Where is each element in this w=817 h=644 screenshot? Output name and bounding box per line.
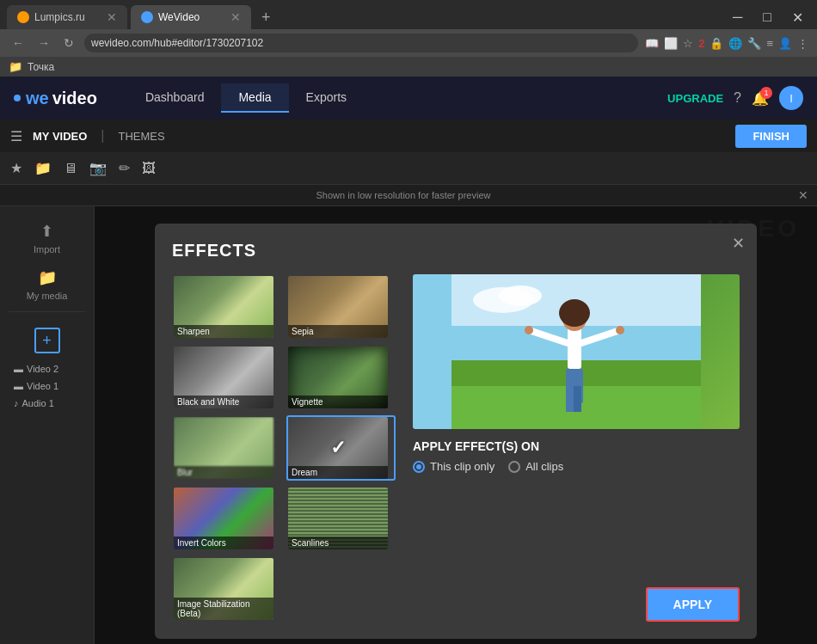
add-track-button[interactable]: +: [34, 328, 60, 353]
audio1-icon: ♪: [14, 398, 19, 408]
effect-scanlines[interactable]: Scanlines: [286, 486, 396, 551]
effect-label-sepia: Sepia: [288, 325, 388, 338]
my-media-icon: 📁: [38, 268, 57, 287]
preview-text: Shown in low resolution for faster previ…: [9, 190, 798, 200]
preview-close-icon[interactable]: ✕: [798, 188, 808, 202]
modal-title: EFFECTS: [172, 241, 740, 261]
capture-icon[interactable]: ⬜: [664, 37, 678, 50]
forward-button[interactable]: →: [34, 34, 53, 52]
tab-favicon-wevideo: [141, 11, 153, 23]
wevideo-nav: Dashboard Media Exports: [128, 83, 364, 113]
modal-close-button[interactable]: ✕: [732, 234, 745, 253]
tab-lumpics[interactable]: Lumpics.ru ✕: [7, 5, 127, 29]
import-icon: ⬆: [40, 222, 53, 241]
avatar[interactable]: I: [779, 86, 803, 110]
sidebar: ⬆ Import 📁 My media + ▬ Video 2 ▬ Video …: [0, 206, 95, 644]
right-panel: APPLY EFFECT(S) ON This clip only All cl…: [413, 274, 740, 622]
svg-rect-6: [568, 326, 581, 369]
refresh-button[interactable]: ↻: [60, 34, 77, 52]
help-icon[interactable]: ?: [734, 90, 741, 106]
notifications-icon[interactable]: 🔔 1: [752, 90, 769, 107]
preview-image: [413, 274, 740, 429]
minimize-button[interactable]: ─: [726, 9, 749, 25]
tab-wevideo-close[interactable]: ✕: [230, 10, 241, 24]
address-bar: ← → ↻ 📖 ⬜ ☆ 2 🔒 🌐 🔧 ≡ 👤 ⋮: [0, 29, 817, 57]
radio-this-clip-circle: [413, 461, 425, 473]
tab-wevideo[interactable]: WeVideo ✕: [131, 5, 251, 29]
track-audio1[interactable]: ♪ Audio 1: [7, 395, 87, 412]
new-tab-button[interactable]: +: [255, 9, 278, 27]
address-input[interactable]: [84, 34, 638, 52]
hamburger-menu-icon[interactable]: ☰: [10, 128, 22, 144]
effect-stabilize[interactable]: Image Stabilization (Beta): [172, 556, 281, 622]
effect-thumb-stabilize: Image Stabilization (Beta): [174, 558, 273, 620]
tab-bar: Lumpics.ru ✕ WeVideo ✕ + ─ □ ✕: [0, 0, 817, 29]
svg-point-3: [499, 285, 542, 306]
nav-media[interactable]: Media: [221, 83, 288, 113]
radio-this-clip[interactable]: This clip only: [413, 460, 494, 473]
bookmark-star-icon[interactable]: ☆: [683, 37, 693, 50]
effect-thumb-scanlines: Scanlines: [288, 488, 388, 549]
back-button[interactable]: ←: [9, 34, 28, 52]
video2-label: Video 2: [27, 364, 58, 374]
my-video-label: MY VIDEO: [33, 130, 87, 143]
tab-wevideo-label: WeVideo: [158, 11, 200, 23]
dream-check-icon: ✓: [330, 437, 346, 459]
toolbar-edit-icon[interactable]: ✏: [119, 160, 130, 176]
effect-thumb-invert: Invert Colors: [174, 488, 273, 549]
toolbar-star-icon[interactable]: ★: [10, 160, 22, 176]
reader-icon[interactable]: 📖: [645, 37, 659, 50]
profile-icon[interactable]: 👤: [778, 37, 792, 50]
effect-sepia[interactable]: Sepia: [286, 274, 396, 340]
maximize-button[interactable]: □: [756, 9, 778, 25]
effects-modal: EFFECTS ✕ Sharpen Sepia: [155, 224, 757, 639]
ext-icon-1[interactable]: 2: [698, 37, 704, 50]
toolbar-image-icon[interactable]: 🖼: [142, 161, 156, 176]
themes-label[interactable]: THEMES: [119, 130, 165, 143]
toolbar: ★ 📁 🖥 📷 ✏ 🖼: [0, 152, 817, 185]
nav-exports[interactable]: Exports: [289, 83, 364, 113]
effect-label-bw: Black and White: [174, 396, 273, 408]
ext-icon-2[interactable]: 🔒: [710, 37, 723, 50]
effect-blur[interactable]: Blur: [172, 415, 281, 481]
ext-icon-5[interactable]: ≡: [766, 37, 773, 50]
content-area: VIDEO EFFECTS ✕ Sharpen: [95, 206, 817, 644]
nav-dashboard[interactable]: Dashboard: [128, 83, 222, 113]
my-media-label: My media: [27, 291, 68, 301]
toolbar-screen-icon[interactable]: 🖥: [64, 161, 77, 176]
radio-all-clips-circle: [508, 461, 520, 473]
finish-button[interactable]: FINISH: [735, 125, 807, 148]
effect-sharpen[interactable]: Sharpen: [172, 274, 281, 340]
effect-thumb-dream: ✓ Dream: [288, 417, 388, 479]
video2-icon: ▬: [14, 364, 23, 374]
bookmark-label[interactable]: Точка: [28, 61, 54, 73]
window-controls: ─ □ ✕: [726, 9, 810, 26]
preview-svg: [413, 274, 740, 429]
track-video2[interactable]: ▬ Video 2: [7, 360, 87, 377]
tab-lumpics-close[interactable]: ✕: [107, 10, 117, 24]
toolbar-camera-icon[interactable]: 📷: [89, 160, 107, 176]
effect-thumb-bw: Black and White: [174, 347, 273, 408]
effect-vignette[interactable]: Vignette: [286, 345, 396, 410]
toolbar-folder-icon[interactable]: 📁: [34, 160, 52, 176]
close-window-button[interactable]: ✕: [785, 9, 810, 26]
sidebar-item-my-media[interactable]: 📁 My media: [0, 261, 94, 308]
track-video1[interactable]: ▬ Video 1: [7, 377, 87, 395]
upgrade-button[interactable]: UPGRADE: [667, 92, 723, 105]
radio-all-clips[interactable]: All clips: [508, 460, 563, 473]
svg-point-11: [525, 326, 533, 334]
ext-icon-3[interactable]: 🌐: [728, 37, 742, 50]
effect-black-white[interactable]: Black and White: [172, 345, 281, 410]
effects-grid: Sharpen Sepia Black and White: [172, 274, 396, 622]
effect-dream[interactable]: ✓ Dream: [286, 415, 396, 481]
sub-header: ☰ MY VIDEO | THEMES FINISH: [0, 120, 817, 152]
ext-icon-4[interactable]: 🔧: [747, 37, 761, 50]
bookmark-folder-icon: 📁: [9, 60, 22, 73]
sidebar-divider: [9, 311, 85, 312]
apply-button[interactable]: APPLY: [646, 587, 740, 622]
sidebar-item-import[interactable]: ⬆ Import: [0, 215, 94, 261]
modal-overlay: EFFECTS ✕ Sharpen Sepia: [95, 206, 817, 644]
effect-label-invert: Invert Colors: [174, 537, 273, 549]
menu-dots-icon[interactable]: ⋮: [797, 37, 808, 50]
effect-invert[interactable]: Invert Colors: [172, 486, 281, 551]
